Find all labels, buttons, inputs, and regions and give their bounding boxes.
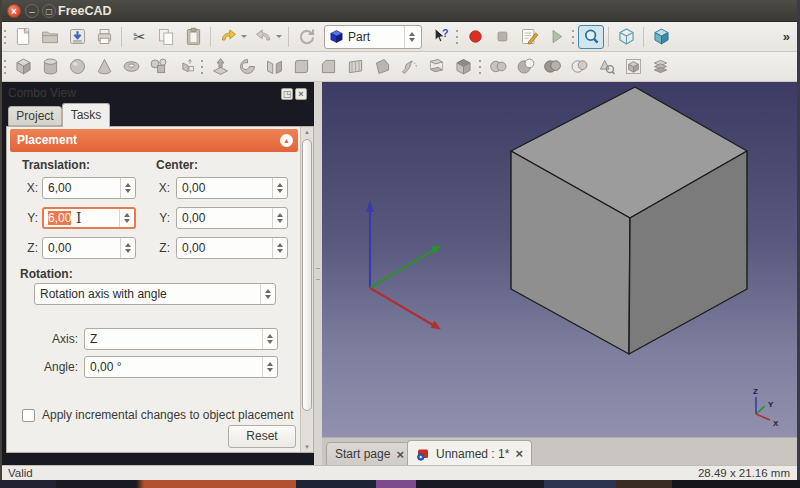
refresh-button[interactable]	[293, 25, 319, 49]
apply-incremental-checkbox[interactable]	[22, 409, 35, 422]
window-close-button[interactable]	[7, 4, 21, 18]
box-icon	[13, 56, 34, 77]
part-cylinder-button[interactable]	[37, 55, 63, 79]
collapse-icon[interactable]	[280, 134, 293, 147]
play-icon	[546, 26, 567, 47]
redo-button[interactable]	[250, 25, 284, 49]
macro-stop-button[interactable]	[489, 25, 515, 49]
macro-record-button[interactable]	[462, 25, 488, 49]
part-primitives-button[interactable]	[145, 55, 171, 79]
workbench-selector[interactable]: Part	[324, 25, 422, 49]
chamfer-button[interactable]	[315, 55, 341, 79]
spinner-buttons[interactable]	[120, 178, 135, 198]
panel-scrollbar[interactable]: ▲ ▼	[300, 127, 313, 452]
toolbar-handle[interactable]	[477, 56, 484, 78]
sweep-button[interactable]	[396, 55, 422, 79]
window-minimize-button[interactable]	[25, 4, 39, 18]
mirror-button[interactable]	[261, 55, 287, 79]
toolbar-overflow-button[interactable]: »	[783, 29, 790, 44]
stop-icon	[492, 26, 513, 47]
angle-field[interactable]: 0,00 °	[84, 356, 278, 378]
close-tab-icon[interactable]	[396, 447, 404, 462]
shape-builder-button[interactable]	[172, 55, 198, 79]
part-torus-button[interactable]	[118, 55, 144, 79]
scroll-up-icon[interactable]: ▲	[301, 129, 313, 135]
undo-button[interactable]	[215, 25, 249, 49]
paste-button[interactable]	[180, 25, 206, 49]
save-button[interactable]	[64, 25, 90, 49]
status-message: Valid	[8, 467, 33, 479]
page-icon	[13, 26, 34, 47]
dropdown-arrows-icon[interactable]	[262, 329, 277, 349]
panel-float-icon[interactable]	[281, 88, 293, 100]
loft-button[interactable]	[423, 55, 449, 79]
spinner-buttons[interactable]	[262, 357, 277, 377]
primitives-icon	[148, 56, 169, 77]
toolbar-handle[interactable]	[570, 26, 577, 48]
part-sphere-button[interactable]	[64, 55, 90, 79]
draw-style-shaded-button[interactable]	[648, 25, 674, 49]
open-document-button[interactable]	[37, 25, 63, 49]
revolve-button[interactable]	[234, 55, 260, 79]
center-x-field[interactable]: 0,00	[176, 177, 288, 199]
tab-unnamed-document[interactable]: Unnamed : 1*	[407, 440, 532, 466]
scrollbar-thumb[interactable]	[302, 139, 312, 411]
window-maximize-button[interactable]	[42, 4, 56, 18]
extrude-button[interactable]	[207, 55, 233, 79]
translation-x-field[interactable]: 6,00	[42, 177, 136, 199]
macro-edit-button[interactable]	[516, 25, 542, 49]
draw-style-wireframe-button[interactable]	[613, 25, 639, 49]
center-y-field[interactable]: 0,00	[176, 207, 288, 229]
placement-header[interactable]: Placement	[10, 129, 298, 152]
union-button[interactable]	[539, 55, 565, 79]
translation-z-field[interactable]: 0,00	[42, 237, 136, 259]
translation-y-field[interactable]: 6,00 I	[42, 207, 136, 229]
part-cone-button[interactable]	[91, 55, 117, 79]
dropdown-arrows-icon[interactable]	[260, 284, 275, 304]
toolbar-handle[interactable]	[2, 56, 9, 78]
scroll-down-icon[interactable]: ▼	[301, 444, 313, 450]
tab-tasks[interactable]: Tasks	[62, 103, 110, 127]
spinner-buttons[interactable]	[272, 238, 287, 258]
fillet-button[interactable]	[288, 55, 314, 79]
viewport-3d[interactable]: Z Y X	[322, 82, 800, 437]
toolbar-handle[interactable]	[2, 26, 9, 48]
spinner-buttons[interactable]	[272, 208, 287, 228]
cut-button[interactable]: ✂	[126, 25, 152, 49]
defeature-icon	[623, 56, 644, 77]
close-tab-icon[interactable]	[515, 446, 523, 461]
spinner-buttons[interactable]	[120, 238, 135, 258]
panel-close-icon[interactable]	[295, 88, 307, 100]
copy-button[interactable]	[153, 25, 179, 49]
macro-play-button[interactable]	[543, 25, 569, 49]
toolbar-handle[interactable]	[199, 56, 206, 78]
cut-boolean-button[interactable]	[512, 55, 538, 79]
rotation-mode-select[interactable]: Rotation axis with angle	[34, 283, 276, 305]
spinner-buttons[interactable]	[119, 209, 134, 227]
ruled-surface-button[interactable]	[342, 55, 368, 79]
svg-text:?: ?	[442, 27, 448, 39]
panel-splitter[interactable]	[314, 82, 322, 465]
thickness-button[interactable]	[450, 55, 476, 79]
statusbar: Valid 28.49 x 21.16 mm	[0, 465, 800, 480]
whats-this-button[interactable]: ?	[427, 25, 453, 49]
dropdown-arrows-icon[interactable]	[404, 26, 419, 48]
center-z-field[interactable]: 0,00	[176, 237, 288, 259]
reset-button[interactable]: Reset	[228, 425, 296, 448]
toolbar-handle[interactable]	[454, 26, 461, 48]
spinner-buttons[interactable]	[272, 178, 287, 198]
tab-project[interactable]: Project	[8, 106, 62, 126]
make-face-button[interactable]	[369, 55, 395, 79]
fit-all-button[interactable]	[578, 25, 604, 49]
tab-start-page[interactable]: Start page	[326, 442, 413, 466]
axis-select[interactable]: Z	[84, 328, 278, 350]
boolean-button[interactable]	[485, 55, 511, 79]
compound-button[interactable]	[647, 55, 673, 79]
print-button[interactable]	[91, 25, 117, 49]
check-geometry-button[interactable]	[593, 55, 619, 79]
cube-object	[511, 87, 747, 354]
part-box-button[interactable]	[10, 55, 36, 79]
intersection-button[interactable]	[566, 55, 592, 79]
new-document-button[interactable]	[10, 25, 36, 49]
defeaturing-button[interactable]	[620, 55, 646, 79]
